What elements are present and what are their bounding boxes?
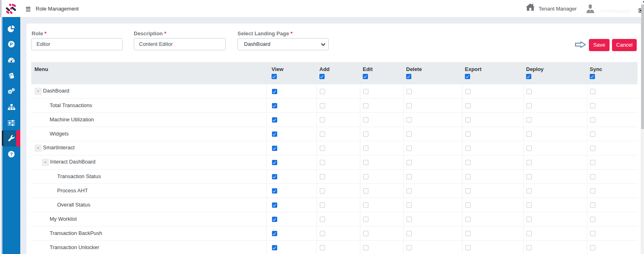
svg-text:?: ? [10,152,13,157]
svg-text:P: P [10,42,13,47]
